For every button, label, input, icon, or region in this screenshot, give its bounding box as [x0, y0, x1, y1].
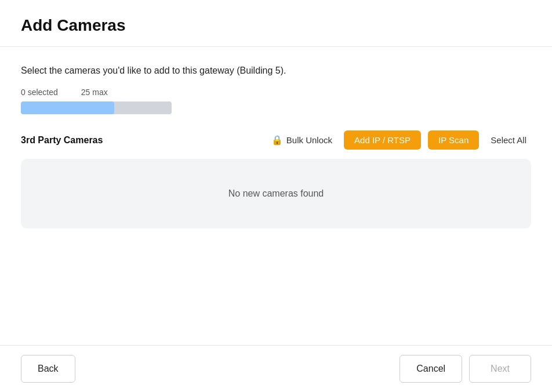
footer-right: Cancel Next — [400, 355, 531, 383]
page-container: Add Cameras Select the cameras you'd lik… — [0, 0, 552, 392]
selected-count: 0 selected — [21, 88, 58, 97]
page-title: Add Cameras — [21, 16, 531, 35]
no-cameras-message: No new cameras found — [228, 188, 324, 199]
bulk-unlock-label: Bulk Unlock — [286, 135, 332, 145]
bulk-unlock-button[interactable]: 🔒 Bulk Unlock — [267, 131, 337, 149]
footer-left: Back — [21, 355, 75, 383]
max-count: 25 max — [81, 88, 108, 97]
progress-bar-container — [21, 101, 172, 114]
cameras-title: 3rd Party Cameras — [21, 135, 260, 146]
select-all-label: Select All — [491, 135, 526, 145]
header: Add Cameras — [0, 0, 552, 47]
progress-bar-fill — [21, 101, 114, 114]
ip-scan-button[interactable]: IP Scan — [428, 130, 479, 150]
next-button[interactable]: Next — [469, 355, 531, 383]
next-label: Next — [491, 364, 510, 373]
cameras-list: No new cameras found — [21, 159, 531, 228]
main-content: Select the cameras you'd like to add to … — [0, 47, 552, 345]
selection-info: 0 selected 25 max — [21, 88, 531, 97]
add-ip-rtsp-button[interactable]: Add IP / RTSP — [344, 130, 421, 150]
ip-scan-label: IP Scan — [438, 135, 469, 145]
back-label: Back — [38, 364, 59, 373]
cameras-header: 3rd Party Cameras 🔒 Bulk Unlock Add IP /… — [21, 130, 531, 150]
add-ip-rtsp-label: Add IP / RTSP — [354, 135, 411, 145]
lock-icon: 🔒 — [271, 135, 283, 146]
cancel-button[interactable]: Cancel — [400, 355, 462, 383]
select-all-button[interactable]: Select All — [486, 132, 531, 148]
cameras-section: 3rd Party Cameras 🔒 Bulk Unlock Add IP /… — [21, 130, 531, 228]
footer: Back Cancel Next — [0, 345, 552, 392]
back-button[interactable]: Back — [21, 355, 75, 383]
description-text: Select the cameras you'd like to add to … — [21, 66, 531, 76]
cancel-label: Cancel — [416, 364, 445, 373]
